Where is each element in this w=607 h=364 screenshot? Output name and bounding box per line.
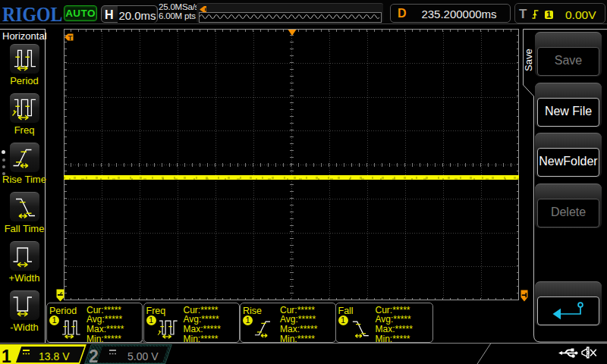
svg-text:T: T — [68, 33, 73, 40]
